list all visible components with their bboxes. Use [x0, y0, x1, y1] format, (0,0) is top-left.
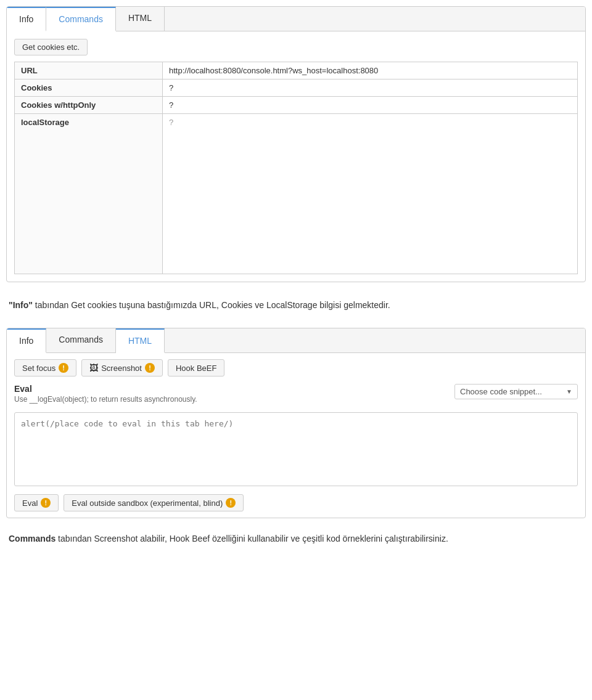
tab-html-1[interactable]: HTML	[116, 7, 165, 31]
table-row-cookies-httponly: Cookies w/httpOnly ?	[15, 97, 578, 114]
eval-subtitle: Use __logEval(object); to return results…	[14, 395, 197, 404]
localstorage-value: ?	[169, 118, 173, 127]
eval-code-textarea[interactable]	[14, 412, 578, 486]
description-1-text: tabından Get cookies tuşuna bastığımızda…	[33, 300, 390, 310]
table-row-cookies: Cookies ?	[15, 79, 578, 97]
value-cookies-httponly: ?	[163, 97, 578, 114]
eval-title: Eval	[14, 384, 197, 394]
tab-bar-2: Info Commands HTML	[7, 328, 585, 353]
value-cookies: ?	[163, 79, 578, 97]
tab-info-1[interactable]: Info	[7, 7, 46, 31]
label-cookies: Cookies	[15, 79, 163, 97]
eval-button-row: Eval ! Eval outside sandbox (experimenta…	[14, 494, 578, 511]
label-cookies-httponly: Cookies w/httpOnly	[15, 97, 163, 114]
eval-button[interactable]: Eval !	[14, 494, 59, 511]
screenshot-button[interactable]: 🖼 Screenshot !	[81, 359, 163, 376]
panel-1-content: Get cookies etc. URL http://localhost:80…	[7, 31, 585, 282]
eval-button-label: Eval	[22, 499, 38, 508]
table-row-localstorage: localStorage ?	[15, 114, 578, 274]
label-url: URL	[15, 62, 163, 79]
panel-2: Info Commands HTML Set focus ! 🖼 Screens…	[6, 328, 586, 518]
panel-1: Info Commands HTML Get cookies etc. URL …	[6, 6, 586, 282]
tab-commands-1[interactable]: Commands	[46, 7, 116, 31]
screenshot-image-icon: 🖼	[89, 363, 98, 373]
code-snippet-dropdown[interactable]: Choose code snippet... ▼	[454, 384, 578, 399]
eval-left: Eval Use __logEval(object); to return re…	[14, 384, 197, 409]
tab-bar-1: Info Commands HTML	[7, 7, 585, 31]
hook-beef-label: Hook BeEF	[176, 364, 216, 373]
eval-sandbox-button[interactable]: Eval outside sandbox (experimental, blin…	[64, 494, 244, 511]
description-1-bold: "Info"	[9, 300, 33, 310]
get-cookies-button[interactable]: Get cookies etc.	[14, 39, 88, 55]
info-table: URL http://localhost:8080/console.html?w…	[14, 62, 578, 274]
tab-html-2[interactable]: HTML	[116, 328, 165, 353]
description-2-text: tabından Screenshot alabilir, Hook Beef …	[56, 534, 448, 543]
set-focus-button[interactable]: Set focus !	[14, 359, 76, 376]
value-url: http://localhost:8080/console.html?ws_ho…	[163, 62, 578, 79]
screenshot-warning-icon: !	[145, 363, 155, 373]
panel-2-content: Set focus ! 🖼 Screenshot ! Hook BeEF Eva…	[7, 353, 585, 518]
description-2: Commands tabından Screenshot alabilir, H…	[0, 524, 592, 555]
hook-beef-button[interactable]: Hook BeEF	[168, 359, 224, 376]
dropdown-arrow-icon: ▼	[566, 388, 572, 395]
table-row-url: URL http://localhost:8080/console.html?w…	[15, 62, 578, 79]
eval-sandbox-warning-icon: !	[226, 498, 236, 508]
tab-info-2[interactable]: Info	[7, 328, 46, 353]
eval-warning-icon: !	[41, 498, 51, 508]
set-focus-label: Set focus	[22, 364, 56, 373]
screenshot-label: Screenshot	[101, 364, 142, 373]
commands-button-row: Set focus ! 🖼 Screenshot ! Hook BeEF	[14, 359, 578, 376]
eval-section: Eval Use __logEval(object); to return re…	[14, 384, 578, 511]
code-snippet-label: Choose code snippet...	[460, 387, 542, 396]
description-1: "Info" tabından Get cookies tuşuna bastı…	[0, 288, 592, 322]
value-localstorage: ?	[163, 114, 578, 274]
description-2-bold: Commands	[9, 534, 56, 543]
eval-header-row: Eval Use __logEval(object); to return re…	[14, 384, 578, 409]
set-focus-warning-icon: !	[59, 363, 68, 373]
eval-sandbox-label: Eval outside sandbox (experimental, blin…	[72, 499, 223, 508]
label-localstorage: localStorage	[15, 114, 163, 274]
tab-commands-2[interactable]: Commands	[46, 328, 116, 352]
